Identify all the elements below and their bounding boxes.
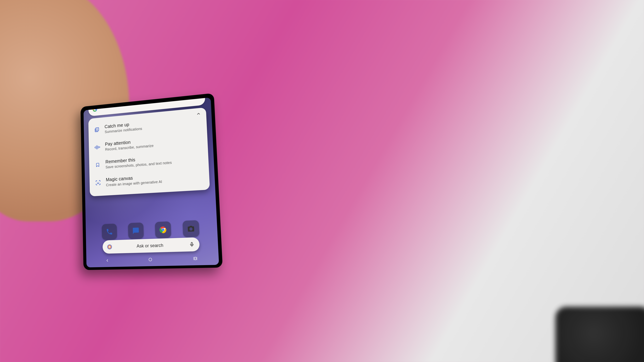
android-navigation-bar bbox=[86, 253, 219, 266]
svg-point-9 bbox=[98, 182, 98, 183]
home-dock bbox=[86, 218, 218, 242]
dock-app-phone[interactable] bbox=[102, 224, 117, 240]
dock-app-camera[interactable] bbox=[182, 220, 200, 237]
chevron-up-icon bbox=[196, 111, 201, 116]
ai-suggestions-card: Catch me up Summarize notifications bbox=[88, 107, 210, 197]
svg-rect-13 bbox=[191, 242, 192, 245]
phone-frame: Catch me up Summarize notifications bbox=[80, 93, 223, 270]
catch-up-icon bbox=[93, 127, 100, 133]
svg-rect-17 bbox=[194, 257, 196, 260]
dock-app-messages[interactable] bbox=[128, 223, 144, 239]
svg-point-15 bbox=[149, 258, 152, 261]
phone-screen: Catch me up Summarize notifications bbox=[84, 97, 219, 267]
nav-back-button[interactable] bbox=[102, 257, 113, 264]
collapse-button[interactable] bbox=[195, 110, 202, 117]
google-logo-icon bbox=[92, 106, 98, 113]
microphone-icon[interactable] bbox=[188, 241, 196, 248]
ask-search-placeholder: Ask or search bbox=[136, 243, 163, 249]
assistant-logo-icon bbox=[106, 244, 113, 250]
background-object bbox=[556, 307, 644, 362]
magic-scan-icon bbox=[94, 180, 102, 186]
svg-point-12 bbox=[108, 246, 110, 248]
chevron-left-icon bbox=[105, 259, 109, 263]
waveform-icon bbox=[94, 145, 101, 150]
svg-line-16 bbox=[194, 257, 194, 260]
nav-home-button[interactable] bbox=[145, 256, 156, 264]
recents-icon bbox=[193, 257, 198, 261]
nav-recents-button[interactable] bbox=[190, 254, 201, 263]
svg-line-18 bbox=[197, 257, 197, 260]
bookmark-icon bbox=[94, 162, 102, 168]
circle-icon bbox=[148, 257, 153, 262]
dock-app-chrome[interactable] bbox=[155, 221, 171, 238]
